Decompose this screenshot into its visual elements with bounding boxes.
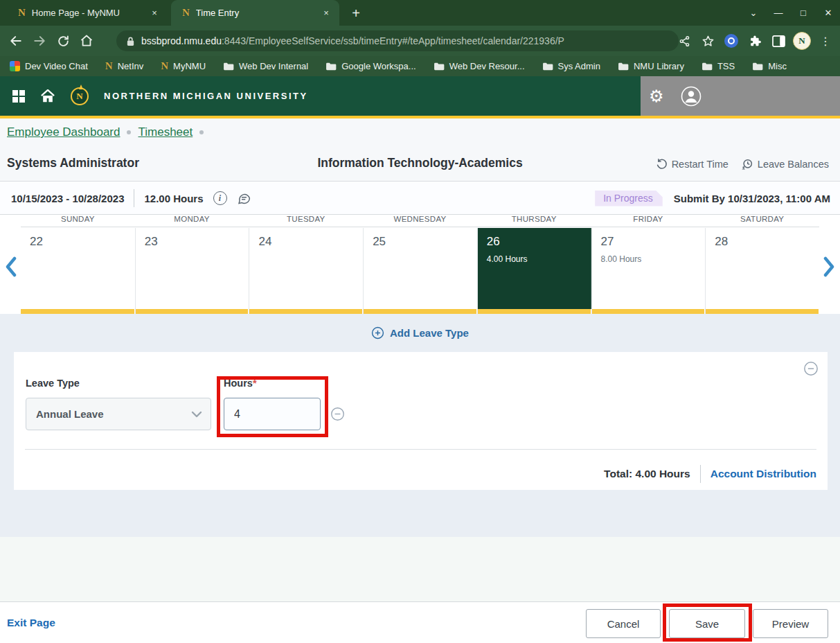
nmu-n-icon: N [105, 60, 113, 72]
pay-period-range: 10/15/2023 - 10/28/2023 [11, 193, 124, 204]
app-header-left: N NORTHERN MICHIGAN UNIVERSITY [0, 76, 308, 116]
calendar-day-22[interactable]: 22 [21, 228, 135, 314]
bookmark-folder-web-dev-resources[interactable]: Web Dev Resour... [434, 61, 525, 71]
browser-tab-bar: N Home Page - MyNMU × N Time Entry × + ⌄… [0, 0, 840, 26]
toolbar-right-icons: N ⋮ [675, 26, 834, 56]
browser-menu-icon[interactable]: ⋮ [816, 32, 834, 50]
day-name: WEDNESDAY [363, 215, 477, 227]
home-dashboard-icon[interactable] [40, 89, 55, 103]
bookmark-folder-web-dev-internal[interactable]: Web Dev Internal [223, 61, 308, 71]
day-name: FRIDAY [591, 215, 706, 227]
day-name: MONDAY [135, 215, 249, 227]
reload-icon[interactable] [51, 29, 75, 53]
home-icon[interactable] [75, 29, 98, 53]
cancel-button[interactable]: Cancel [586, 609, 661, 638]
bookmark-folder-google-workspace[interactable]: Google Workspa... [325, 61, 415, 71]
bookmark-star-icon[interactable] [699, 32, 717, 50]
side-panel-icon[interactable] [769, 32, 787, 50]
video-chat-icon [10, 61, 20, 71]
bookmark-netinv[interactable]: NNetInv [105, 60, 143, 72]
maximize-icon[interactable]: □ [796, 8, 811, 18]
tab-close-icon[interactable]: × [320, 7, 332, 19]
onepassword-extension-icon[interactable] [722, 32, 740, 50]
profile-icon[interactable] [681, 86, 702, 107]
calendar-day-26-selected[interactable]: 264.00 Hours [477, 228, 591, 314]
leave-type-select[interactable]: Annual Leave [26, 398, 211, 430]
restart-time-button[interactable]: Restart Time [656, 158, 729, 170]
hours-label: Hours* [224, 378, 257, 389]
forward-icon[interactable] [28, 29, 51, 53]
settings-gear-icon[interactable]: ⚙ [649, 88, 664, 105]
profile-avatar[interactable]: N [793, 32, 811, 50]
calendar-day-25[interactable]: 25 [363, 228, 477, 314]
folder-icon [542, 62, 553, 71]
submit-by-text: Submit By 10/31/2023, 11:00 AM [674, 193, 830, 204]
remove-leave-row-icon[interactable] [330, 407, 345, 424]
url-path: :8443/EmployeeSelfService/ssb/timeEntry#… [222, 35, 564, 46]
divider [25, 449, 816, 450]
tab-time-entry[interactable]: N Time Entry × [171, 0, 339, 26]
folder-icon [702, 62, 713, 71]
bookmark-folder-nmu-library[interactable]: NMU Library [618, 61, 684, 71]
status-badge: In Progress [595, 191, 663, 206]
calendar-day-23[interactable]: 23 [135, 228, 249, 314]
breadcrumb-employee-dashboard[interactable]: Employee Dashboard [7, 125, 120, 139]
comment-icon[interactable] [237, 191, 251, 206]
bookmark-dev-video-chat[interactable]: Dev Video Chat [10, 61, 88, 71]
period-total-hours: 12.00 Hours [144, 193, 203, 204]
browser-window: N Home Page - MyNMU × N Time Entry × + ⌄… [0, 0, 840, 643]
preview-button[interactable]: Preview [753, 609, 828, 638]
tab-title: Home Page - MyNMU [32, 8, 142, 18]
divider [134, 189, 134, 207]
tab-search-chevron-icon[interactable]: ⌄ [746, 8, 761, 18]
share-icon[interactable] [675, 32, 693, 50]
total-row: Total: 4.00 Hours Account Distribution [604, 461, 816, 486]
app-grid-icon[interactable] [12, 90, 25, 103]
bookmark-mynmu[interactable]: NMyNMU [161, 60, 206, 72]
nmu-favicon-icon: N [18, 7, 26, 19]
add-leave-type-button[interactable]: Add Leave Type [0, 314, 840, 352]
bookmark-folder-misc[interactable]: Misc [752, 61, 787, 71]
account-distribution-link[interactable]: Account Distribution [711, 468, 816, 480]
day-name: SATURDAY [705, 215, 819, 227]
page-background-light [0, 537, 840, 601]
nmu-logo-icon[interactable]: N [71, 87, 89, 105]
breadcrumb: Employee Dashboard Timesheet [0, 118, 840, 146]
next-week-chevron-icon[interactable] [822, 256, 836, 280]
restart-icon [656, 158, 668, 170]
remove-day-entry-icon[interactable] [803, 361, 819, 379]
close-window-icon[interactable]: ✕ [821, 8, 836, 18]
footer-bar: Exit Page Cancel Save Preview [0, 601, 840, 643]
bookmark-folder-sys-admin[interactable]: Sys Admin [542, 61, 600, 71]
breadcrumb-separator-icon [199, 130, 204, 134]
tab-close-icon[interactable]: × [148, 7, 161, 19]
back-icon[interactable] [4, 29, 28, 53]
hours-input[interactable] [224, 398, 321, 430]
required-marker: * [253, 378, 257, 389]
info-icon[interactable]: i [213, 191, 227, 205]
calendar-day-24[interactable]: 24 [249, 228, 363, 314]
minimize-icon[interactable]: — [771, 8, 786, 18]
calendar-day-28[interactable]: 28 [705, 228, 819, 314]
bookmark-folder-tss[interactable]: TSS [702, 61, 735, 71]
folder-icon [752, 62, 763, 71]
breadcrumb-timesheet[interactable]: Timesheet [138, 125, 193, 139]
leave-balances-button[interactable]: Leave Balances [741, 158, 829, 170]
save-button[interactable]: Save [669, 609, 745, 638]
new-tab-button[interactable]: + [346, 3, 366, 23]
pay-period-left: 10/15/2023 - 10/28/2023 12.00 Hours i [11, 182, 251, 215]
previous-week-chevron-icon[interactable] [4, 256, 18, 280]
day-name: THURSDAY [477, 215, 591, 227]
leave-balances-icon [741, 158, 753, 170]
extensions-puzzle-icon[interactable] [746, 32, 764, 50]
url-bar[interactable]: bssbprod.nmu.edu:8443/EmployeeSelfServic… [116, 30, 679, 51]
add-circle-icon [371, 326, 384, 340]
calendar-day-names: SUNDAY MONDAY TUESDAY WEDNESDAY THURSDAY… [21, 215, 819, 227]
url-host: bssbprod.nmu.edu [141, 35, 222, 46]
calendar-day-27[interactable]: 278.00 Hours [591, 228, 706, 314]
tab-home-page[interactable]: N Home Page - MyNMU × [7, 0, 168, 26]
exit-page-link[interactable]: Exit Page [7, 617, 55, 629]
pay-period-bar: 10/15/2023 - 10/28/2023 12.00 Hours i In… [0, 182, 840, 215]
university-name: NORTHERN MICHIGAN UNIVERSITY [104, 91, 308, 101]
timesheet-title-row: Systems Administrator Information Techno… [0, 146, 840, 182]
